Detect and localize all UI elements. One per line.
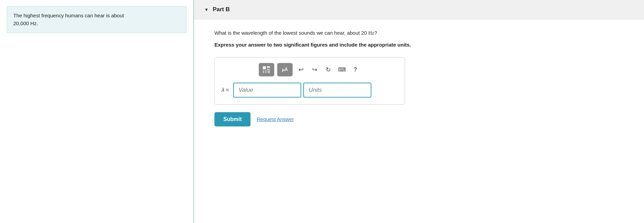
question-text: What is the wavelength of the lowest sou… <box>214 29 624 37</box>
template-button[interactable] <box>259 63 274 76</box>
submit-button[interactable]: Submit <box>214 112 251 126</box>
input-row: λ = <box>222 83 398 98</box>
units-button[interactable]: μÅ <box>277 63 293 76</box>
answer-widget: μÅ ↩ ↪ ↻ ⌨ <box>214 57 405 105</box>
help-button[interactable]: ? <box>350 64 361 75</box>
keyboard-icon: ⌨ <box>338 66 346 73</box>
info-text: The highest frequency humans can hear is… <box>13 13 124 18</box>
value-input[interactable] <box>233 83 301 98</box>
undo-button[interactable]: ↩ <box>295 64 306 75</box>
refresh-icon: ↻ <box>326 66 331 73</box>
right-panel: ▼ Part B What is the wavelength of the l… <box>194 0 644 223</box>
refresh-button[interactable]: ↻ <box>323 64 334 75</box>
left-panel: The highest frequency humans can hear is… <box>0 0 194 223</box>
info-text-line2: 20,000 Hz. <box>13 20 38 26</box>
page-layout: The highest frequency humans can hear is… <box>0 0 644 223</box>
help-icon: ? <box>354 66 357 73</box>
svg-rect-1 <box>267 66 270 68</box>
question-content: What is the wavelength of the lowest sou… <box>194 19 644 105</box>
question-instruction: Express your answer to two significant f… <box>214 41 624 49</box>
units-input[interactable] <box>303 83 371 98</box>
redo-button[interactable]: ↪ <box>309 64 320 75</box>
part-title: Part B <box>213 6 230 13</box>
toolbar: μÅ ↩ ↪ ↻ ⌨ <box>222 63 398 76</box>
action-buttons: Submit Request Answer <box>194 112 644 126</box>
redo-icon: ↪ <box>312 66 317 73</box>
request-answer-button[interactable]: Request Answer <box>257 116 294 122</box>
lambda-label: λ = <box>222 87 229 93</box>
collapse-arrow-icon[interactable]: ▼ <box>204 7 209 12</box>
svg-rect-5 <box>268 70 270 73</box>
units-button-label: μÅ <box>282 67 288 72</box>
svg-rect-4 <box>265 70 267 73</box>
svg-rect-2 <box>267 69 270 70</box>
svg-rect-3 <box>263 70 264 73</box>
keyboard-button[interactable]: ⌨ <box>336 64 347 75</box>
part-header: ▼ Part B <box>194 0 644 19</box>
undo-icon: ↩ <box>299 66 304 73</box>
info-box: The highest frequency humans can hear is… <box>7 6 187 33</box>
svg-rect-0 <box>263 66 266 69</box>
